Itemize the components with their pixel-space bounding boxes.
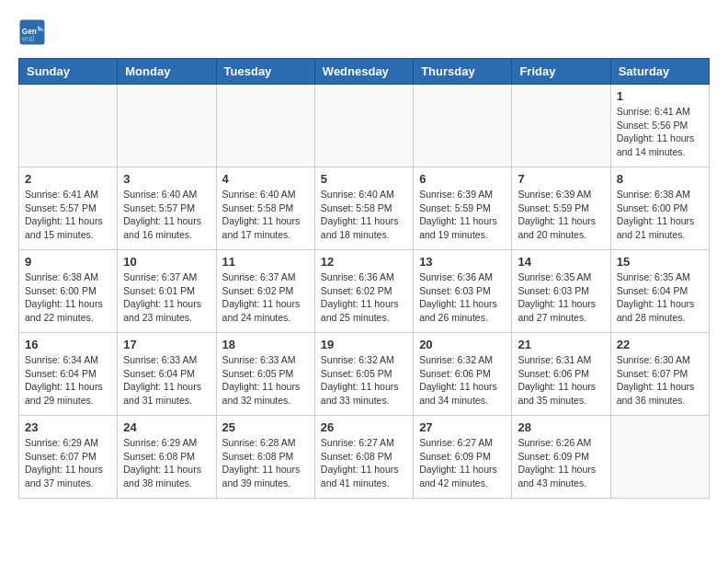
day-number: 22 [617, 338, 703, 351]
day-number: 27 [419, 420, 506, 434]
calendar-day: 19Sunrise: 6:32 AM Sunset: 6:05 PM Dayli… [314, 333, 413, 416]
day-number: 11 [222, 255, 309, 269]
day-number: 28 [518, 420, 604, 434]
day-number: 3 [123, 172, 210, 186]
day-info: Sunrise: 6:37 AM Sunset: 6:01 PM Dayligh… [123, 270, 210, 325]
calendar-day: 21Sunrise: 6:31 AM Sunset: 6:06 PM Dayli… [512, 333, 610, 416]
calendar-day: 6Sunrise: 6:39 AM Sunset: 5:59 PM Daylig… [414, 167, 512, 250]
calendar-day: 14Sunrise: 6:35 AM Sunset: 6:03 PM Dayli… [512, 250, 610, 333]
day-info: Sunrise: 6:26 AM Sunset: 6:09 PM Dayligh… [518, 436, 604, 490]
svg-text:eral: eral [22, 35, 35, 43]
day-info: Sunrise: 6:39 AM Sunset: 5:59 PM Dayligh… [419, 188, 506, 242]
day-number: 13 [419, 255, 506, 269]
day-info: Sunrise: 6:29 AM Sunset: 6:08 PM Dayligh… [123, 436, 210, 490]
calendar-day: 16Sunrise: 6:34 AM Sunset: 6:04 PM Dayli… [19, 333, 118, 416]
calendar-day: 1Sunrise: 6:41 AM Sunset: 5:56 PM Daylig… [610, 85, 709, 167]
calendar-day: 15Sunrise: 6:35 AM Sunset: 6:04 PM Dayli… [610, 250, 709, 333]
calendar-day: 23Sunrise: 6:29 AM Sunset: 6:07 PM Dayli… [19, 416, 118, 499]
calendar-day: 8Sunrise: 6:38 AM Sunset: 6:00 PM Daylig… [610, 167, 709, 250]
day-info: Sunrise: 6:33 AM Sunset: 6:05 PM Dayligh… [222, 353, 309, 408]
day-number: 2 [25, 172, 111, 186]
day-info: Sunrise: 6:35 AM Sunset: 6:03 PM Dayligh… [518, 270, 604, 325]
day-number: 17 [123, 338, 210, 351]
calendar-day: 3Sunrise: 6:40 AM Sunset: 5:57 PM Daylig… [118, 167, 216, 250]
day-info: Sunrise: 6:29 AM Sunset: 6:07 PM Dayligh… [25, 436, 111, 490]
weekday-header-saturday: Saturday [610, 59, 709, 85]
logo-icon: Gen eral [18, 18, 46, 46]
day-info: Sunrise: 6:28 AM Sunset: 6:08 PM Dayligh… [222, 436, 309, 490]
calendar-week-3: 9Sunrise: 6:38 AM Sunset: 6:00 PM Daylig… [19, 250, 710, 333]
day-info: Sunrise: 6:40 AM Sunset: 5:58 PM Dayligh… [321, 188, 407, 242]
day-number: 16 [25, 338, 111, 351]
day-info: Sunrise: 6:39 AM Sunset: 5:59 PM Dayligh… [518, 188, 604, 242]
day-number: 8 [617, 172, 703, 186]
day-info: Sunrise: 6:41 AM Sunset: 5:56 PM Dayligh… [617, 105, 703, 159]
calendar-day: 22Sunrise: 6:30 AM Sunset: 6:07 PM Dayli… [610, 333, 709, 416]
weekday-header-friday: Friday [512, 59, 610, 85]
calendar-day: 13Sunrise: 6:36 AM Sunset: 6:03 PM Dayli… [414, 250, 512, 333]
calendar-header-row: SundayMondayTuesdayWednesdayThursdayFrid… [19, 59, 710, 85]
day-number: 1 [617, 89, 703, 103]
logo: Gen eral [18, 18, 49, 46]
calendar-day: 28Sunrise: 6:26 AM Sunset: 6:09 PM Dayli… [512, 416, 610, 499]
calendar-day: 9Sunrise: 6:38 AM Sunset: 6:00 PM Daylig… [19, 250, 118, 333]
calendar-day: 10Sunrise: 6:37 AM Sunset: 6:01 PM Dayli… [118, 250, 216, 333]
day-info: Sunrise: 6:30 AM Sunset: 6:07 PM Dayligh… [617, 353, 703, 408]
day-info: Sunrise: 6:27 AM Sunset: 6:08 PM Dayligh… [321, 436, 407, 490]
day-info: Sunrise: 6:34 AM Sunset: 6:04 PM Dayligh… [25, 353, 111, 408]
weekday-header-thursday: Thursday [414, 59, 512, 85]
day-info: Sunrise: 6:40 AM Sunset: 5:57 PM Dayligh… [123, 188, 210, 242]
weekday-header-sunday: Sunday [19, 59, 118, 85]
calendar-day: 11Sunrise: 6:37 AM Sunset: 6:02 PM Dayli… [216, 250, 314, 333]
day-number: 4 [222, 172, 309, 186]
calendar-day [216, 85, 314, 167]
day-number: 19 [321, 338, 407, 351]
calendar-week-4: 16Sunrise: 6:34 AM Sunset: 6:04 PM Dayli… [19, 333, 710, 416]
calendar-day: 7Sunrise: 6:39 AM Sunset: 5:59 PM Daylig… [512, 167, 610, 250]
day-number: 15 [617, 255, 703, 269]
calendar-day: 4Sunrise: 6:40 AM Sunset: 5:58 PM Daylig… [216, 167, 314, 250]
day-number: 18 [222, 338, 309, 351]
calendar-day: 18Sunrise: 6:33 AM Sunset: 6:05 PM Dayli… [216, 333, 314, 416]
day-number: 26 [321, 420, 407, 434]
calendar-day [414, 85, 512, 167]
day-info: Sunrise: 6:37 AM Sunset: 6:02 PM Dayligh… [222, 270, 309, 325]
calendar-week-2: 2Sunrise: 6:41 AM Sunset: 5:57 PM Daylig… [19, 167, 710, 250]
calendar-day: 2Sunrise: 6:41 AM Sunset: 5:57 PM Daylig… [19, 167, 118, 250]
day-info: Sunrise: 6:40 AM Sunset: 5:58 PM Dayligh… [222, 188, 309, 242]
day-number: 25 [222, 420, 309, 434]
day-number: 5 [321, 172, 407, 186]
calendar-day [610, 416, 709, 499]
calendar-day [19, 85, 118, 167]
calendar-day: 25Sunrise: 6:28 AM Sunset: 6:08 PM Dayli… [216, 416, 314, 499]
day-info: Sunrise: 6:33 AM Sunset: 6:04 PM Dayligh… [123, 353, 210, 408]
day-number: 20 [419, 338, 506, 351]
calendar-week-1: 1Sunrise: 6:41 AM Sunset: 5:56 PM Daylig… [19, 85, 710, 167]
calendar-table: SundayMondayTuesdayWednesdayThursdayFrid… [18, 58, 710, 499]
day-number: 12 [321, 255, 407, 269]
day-info: Sunrise: 6:32 AM Sunset: 6:05 PM Dayligh… [321, 353, 407, 408]
day-info: Sunrise: 6:41 AM Sunset: 5:57 PM Dayligh… [25, 188, 111, 242]
day-number: 7 [518, 172, 604, 186]
day-info: Sunrise: 6:36 AM Sunset: 6:02 PM Dayligh… [321, 270, 407, 325]
day-number: 23 [25, 420, 111, 434]
calendar-day: 26Sunrise: 6:27 AM Sunset: 6:08 PM Dayli… [314, 416, 413, 499]
calendar-day: 24Sunrise: 6:29 AM Sunset: 6:08 PM Dayli… [118, 416, 216, 499]
day-info: Sunrise: 6:31 AM Sunset: 6:06 PM Dayligh… [518, 353, 604, 408]
day-info: Sunrise: 6:36 AM Sunset: 6:03 PM Dayligh… [419, 270, 506, 325]
calendar-day: 27Sunrise: 6:27 AM Sunset: 6:09 PM Dayli… [414, 416, 512, 499]
calendar-week-5: 23Sunrise: 6:29 AM Sunset: 6:07 PM Dayli… [19, 416, 710, 499]
day-info: Sunrise: 6:35 AM Sunset: 6:04 PM Dayligh… [617, 270, 703, 325]
day-info: Sunrise: 6:38 AM Sunset: 6:00 PM Dayligh… [25, 270, 111, 325]
day-number: 14 [518, 255, 604, 269]
calendar-day: 20Sunrise: 6:32 AM Sunset: 6:06 PM Dayli… [414, 333, 512, 416]
day-info: Sunrise: 6:38 AM Sunset: 6:00 PM Dayligh… [617, 188, 703, 242]
calendar-day: 5Sunrise: 6:40 AM Sunset: 5:58 PM Daylig… [314, 167, 413, 250]
weekday-header-wednesday: Wednesday [314, 59, 413, 85]
calendar-day [512, 85, 610, 167]
day-number: 21 [518, 338, 604, 351]
day-info: Sunrise: 6:27 AM Sunset: 6:09 PM Dayligh… [419, 436, 506, 490]
calendar-body: 1Sunrise: 6:41 AM Sunset: 5:56 PM Daylig… [19, 85, 710, 499]
calendar-day [118, 85, 216, 167]
weekday-header-monday: Monday [118, 59, 216, 85]
